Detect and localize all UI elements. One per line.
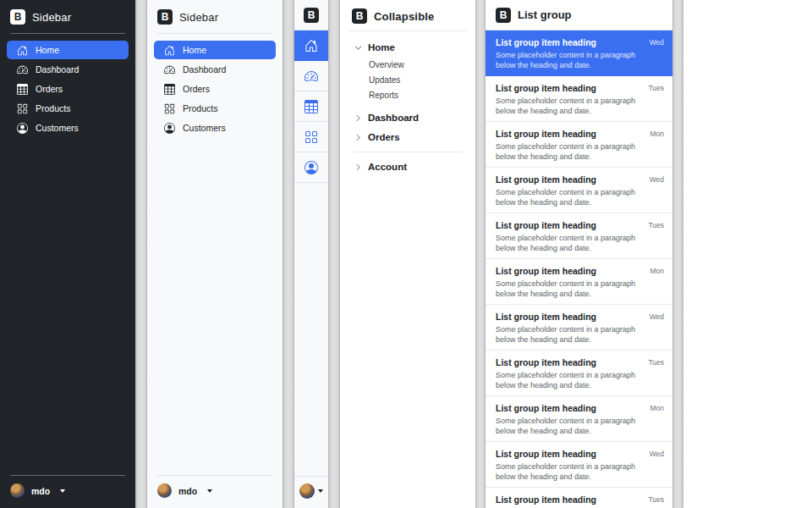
list-item-date: Tues (648, 221, 664, 229)
user-name: mdo (178, 486, 197, 496)
sidebar-item-customers[interactable]: Customers (7, 119, 129, 137)
user-dropdown[interactable] (294, 476, 328, 508)
sidebar-item-orders[interactable]: Orders (154, 80, 276, 98)
example-divider (475, 0, 486, 508)
bootstrap-sidebars-examples-page: B Sidebar Home Dashboard Orders Products (0, 0, 812, 508)
tree-item-home[interactable]: Home (345, 40, 470, 55)
sidebar-item-orders[interactable]: Orders (7, 80, 129, 98)
sidebar-light-brand[interactable]: B Sidebar (147, 0, 283, 33)
list-group-brand[interactable]: B List group (486, 0, 672, 30)
speedometer-icon (164, 64, 175, 75)
list-item[interactable]: List group item heading Wed Some placeho… (486, 168, 672, 213)
person-circle-icon (17, 123, 28, 134)
list-item[interactable]: List group item heading Mon Some placeho… (486, 122, 672, 168)
sidebar-item-dashboard[interactable]: Dashboard (7, 60, 129, 79)
nav-label: Home (183, 45, 206, 55)
list-item[interactable]: List group item heading Mon Some placeho… (486, 396, 672, 442)
sidebar-icons-brand[interactable]: B (294, 0, 328, 30)
sidebar-item-dashboard[interactable]: Dashboard (154, 60, 276, 79)
list-item[interactable]: List group item heading Mon Some placeho… (486, 259, 672, 305)
sidebar-item-products[interactable]: Products (154, 99, 276, 118)
tree-label: Dashboard (368, 113, 419, 123)
nav-label: Customers (183, 123, 226, 133)
caret-down-icon (318, 489, 323, 493)
house-icon (17, 45, 28, 56)
list-item-heading: List group item heading (496, 312, 644, 322)
list-item[interactable]: List group item heading Tues Some placeh… (486, 488, 672, 508)
brand-title: List group (518, 8, 572, 21)
list-item-heading: List group item heading (496, 174, 644, 185)
tree-label: Account (368, 162, 407, 172)
avatar (10, 483, 25, 498)
tree-subitem-updates[interactable]: Updates (345, 72, 470, 87)
list-item[interactable]: List group item heading Wed Some placeho… (486, 30, 672, 76)
nav-label: Dashboard (36, 64, 79, 75)
nav-label: Orders (183, 84, 210, 94)
list-item-heading: List group item heading (496, 357, 644, 367)
list-item[interactable]: List group item heading Tues Some placeh… (486, 351, 672, 396)
user-dropdown[interactable]: mdo (0, 476, 135, 508)
nav-label: Home (36, 45, 59, 55)
brand-title: Collapsible (374, 10, 435, 23)
bootstrap-logo-icon: B (352, 8, 367, 24)
sidebar-item-home[interactable]: Home (7, 41, 129, 59)
chevron-right-icon (354, 134, 362, 141)
sidebar-icon-home[interactable] (294, 30, 328, 61)
list-item-heading: List group item heading (496, 403, 644, 413)
nav-label: Orders (36, 84, 63, 94)
list-item-heading: List group item heading (496, 494, 644, 505)
collapsible-brand[interactable]: B Collapsible (340, 0, 475, 30)
sidebar-item-customers[interactable]: Customers (154, 119, 276, 137)
table-icon (304, 100, 318, 113)
list-item[interactable]: List group item heading Wed Some placeho… (486, 442, 672, 488)
chevron-down-icon (354, 44, 362, 52)
list-item-body: Some placeholder content in a paragraph … (496, 233, 644, 254)
list-item[interactable]: List group item heading Tues Some placeh… (486, 76, 672, 122)
sidebar-item-products[interactable]: Products (7, 99, 129, 118)
caret-down-icon (207, 489, 212, 493)
speedometer-icon (304, 69, 318, 83)
list-item-date: Tues (648, 495, 664, 504)
speedometer-icon (17, 64, 28, 75)
sidebar-dark-brand[interactable]: B Sidebar (0, 0, 135, 33)
sidebar-light: B Sidebar Home Dashboard Orders Products (147, 0, 283, 508)
example-divider (328, 0, 340, 508)
list-item-body: Some placeholder content in a paragraph … (496, 461, 644, 483)
tree-subitem-reports[interactable]: Reports (345, 87, 470, 102)
sidebar-dark: B Sidebar Home Dashboard Orders Products (0, 0, 135, 508)
tree-item-orders[interactable]: Orders (345, 130, 470, 145)
nav-label: Products (183, 103, 217, 113)
list-item[interactable]: List group item heading Wed Some placeho… (486, 305, 672, 351)
list-group-scroll[interactable]: List group item heading Wed Some placeho… (486, 30, 672, 508)
grid-icon (304, 130, 318, 144)
sidebar-icon-orders[interactable] (294, 91, 328, 122)
sidebar-icon-dashboard[interactable] (294, 61, 328, 91)
grid-icon (164, 103, 175, 114)
bootstrap-logo-icon: B (496, 8, 511, 23)
list-item-body: Some placeholder content in a paragraph … (496, 324, 644, 345)
sidebar-icon-customers[interactable] (294, 152, 328, 183)
tree-subitem-overview[interactable]: Overview (345, 57, 470, 72)
tree-item-account[interactable]: Account (345, 159, 470, 174)
sidebar-icon-products[interactable] (294, 122, 328, 152)
sidebar-item-home[interactable]: Home (154, 41, 276, 59)
list-item-heading: List group item heading (496, 83, 644, 93)
list-item-body: Some placeholder content in a paragraph … (496, 50, 644, 71)
list-group-panel: B List group List group item heading Wed… (486, 0, 672, 508)
example-divider (283, 0, 294, 508)
spacer (147, 144, 283, 475)
user-dropdown[interactable]: mdo (147, 476, 283, 508)
tree-item-dashboard[interactable]: Dashboard (345, 110, 470, 125)
list-item-date: Wed (650, 450, 664, 458)
person-circle-icon (304, 161, 318, 174)
house-icon (164, 45, 175, 56)
list-item-body: Some placeholder content in a paragraph … (496, 370, 644, 391)
list-item-body: Some placeholder content in a paragraph … (496, 141, 644, 163)
tree-children-home: Overview Updates Reports (345, 55, 470, 106)
divider (354, 152, 462, 152)
house-icon (304, 39, 318, 52)
list-item[interactable]: List group item heading Tues Some placeh… (486, 213, 672, 259)
list-item-date: Wed (650, 38, 664, 47)
person-circle-icon (164, 123, 175, 134)
list-item-body: Some placeholder content in a paragraph … (496, 279, 644, 300)
